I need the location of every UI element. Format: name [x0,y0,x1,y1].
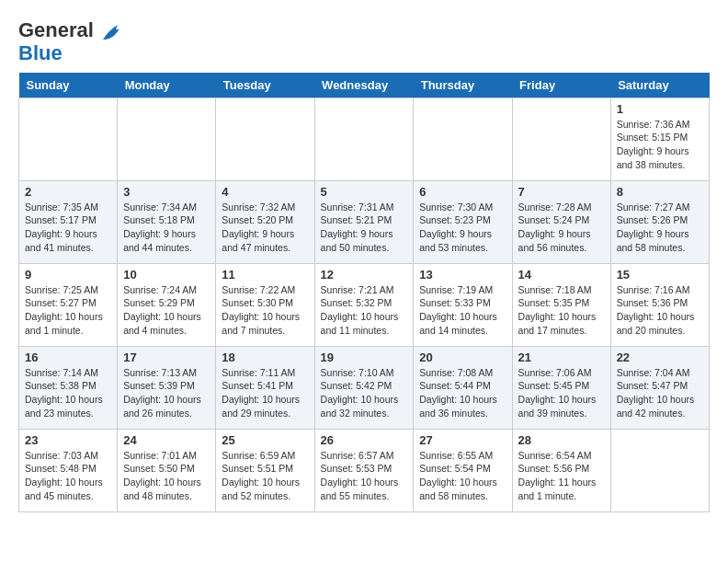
day-number: 28 [518,433,605,447]
day-number: 2 [25,185,111,199]
day-info: Sunrise: 6:55 AM Sunset: 5:54 PM Dayligh… [419,449,506,503]
day-number: 17 [123,350,210,364]
day-info: Sunrise: 7:18 AM Sunset: 5:35 PM Dayligh… [518,283,605,338]
logo: General Blue [18,18,125,63]
day-info: Sunrise: 6:57 AM Sunset: 5:53 PM Dayligh… [321,449,408,503]
weekday-header-wednesday: Wednesday [314,73,414,98]
weekday-header-friday: Friday [512,73,610,98]
calendar-cell: 4Sunrise: 7:32 AM Sunset: 5:20 PM Daylig… [216,180,314,263]
calendar-cell [414,98,512,180]
day-number: 21 [518,350,605,364]
day-info: Sunrise: 7:06 AM Sunset: 5:45 PM Dayligh… [518,366,605,420]
calendar-week-row: 16Sunrise: 7:14 AM Sunset: 5:38 PM Dayli… [19,346,710,429]
day-number: 24 [123,433,210,447]
calendar-cell: 13Sunrise: 7:19 AM Sunset: 5:33 PM Dayli… [414,263,512,346]
calendar-cell: 2Sunrise: 7:35 AM Sunset: 5:17 PM Daylig… [19,180,118,263]
weekday-header-sunday: Sunday [19,73,118,98]
day-number: 19 [321,350,408,364]
day-number: 13 [419,268,506,282]
day-info: Sunrise: 7:11 AM Sunset: 5:41 PM Dayligh… [222,366,308,420]
day-info: Sunrise: 7:32 AM Sunset: 5:20 PM Dayligh… [222,201,308,255]
calendar-cell: 26Sunrise: 6:57 AM Sunset: 5:53 PM Dayli… [314,429,414,511]
calendar-cell: 12Sunrise: 7:21 AM Sunset: 5:32 PM Dayli… [314,263,414,346]
day-info: Sunrise: 7:21 AM Sunset: 5:32 PM Dayligh… [321,283,408,338]
day-number: 23 [25,433,111,447]
day-number: 7 [518,185,605,199]
day-number: 25 [222,433,308,447]
day-number: 6 [419,185,506,199]
calendar-week-row: 9Sunrise: 7:25 AM Sunset: 5:27 PM Daylig… [19,263,710,346]
day-info: Sunrise: 7:03 AM Sunset: 5:48 PM Dayligh… [25,449,111,503]
calendar-cell: 24Sunrise: 7:01 AM Sunset: 5:50 PM Dayli… [118,429,216,511]
calendar-cell [314,98,414,180]
day-info: Sunrise: 7:14 AM Sunset: 5:38 PM Dayligh… [25,366,111,420]
calendar-cell: 20Sunrise: 7:08 AM Sunset: 5:44 PM Dayli… [414,346,512,429]
day-number: 9 [25,268,111,282]
calendar-cell: 16Sunrise: 7:14 AM Sunset: 5:38 PM Dayli… [19,346,118,429]
day-info: Sunrise: 7:13 AM Sunset: 5:39 PM Dayligh… [123,366,210,420]
calendar-cell: 27Sunrise: 6:55 AM Sunset: 5:54 PM Dayli… [414,429,512,511]
calendar-cell: 17Sunrise: 7:13 AM Sunset: 5:39 PM Dayli… [118,346,216,429]
calendar-cell [512,98,610,180]
day-info: Sunrise: 7:35 AM Sunset: 5:17 PM Dayligh… [25,201,111,255]
calendar-cell: 1Sunrise: 7:36 AM Sunset: 5:15 PM Daylig… [610,98,709,180]
weekday-header-saturday: Saturday [610,73,709,98]
day-number: 11 [222,268,308,282]
day-number: 5 [321,185,408,199]
page-header: General Blue [18,18,710,63]
day-info: Sunrise: 6:59 AM Sunset: 5:51 PM Dayligh… [222,449,308,503]
calendar-cell: 7Sunrise: 7:28 AM Sunset: 5:24 PM Daylig… [512,180,610,263]
day-info: Sunrise: 7:31 AM Sunset: 5:21 PM Dayligh… [321,201,408,255]
logo-text: General [18,18,125,43]
day-info: Sunrise: 7:25 AM Sunset: 5:27 PM Dayligh… [25,283,111,338]
calendar-cell: 19Sunrise: 7:10 AM Sunset: 5:42 PM Dayli… [314,346,414,429]
day-info: Sunrise: 7:08 AM Sunset: 5:44 PM Dayligh… [419,366,506,420]
day-info: Sunrise: 7:01 AM Sunset: 5:50 PM Dayligh… [123,449,210,503]
logo-bird-icon [99,23,125,43]
day-number: 15 [617,268,703,282]
day-number: 20 [419,350,506,364]
day-number: 22 [617,350,703,364]
calendar-cell: 18Sunrise: 7:11 AM Sunset: 5:41 PM Dayli… [216,346,314,429]
day-info: Sunrise: 7:28 AM Sunset: 5:24 PM Dayligh… [518,201,605,255]
day-info: Sunrise: 7:10 AM Sunset: 5:42 PM Dayligh… [321,366,408,420]
weekday-header-thursday: Thursday [414,73,512,98]
calendar-cell: 23Sunrise: 7:03 AM Sunset: 5:48 PM Dayli… [19,429,118,511]
day-number: 16 [25,350,111,364]
day-info: Sunrise: 7:34 AM Sunset: 5:18 PM Dayligh… [123,201,210,255]
calendar-cell: 21Sunrise: 7:06 AM Sunset: 5:45 PM Dayli… [512,346,610,429]
calendar-cell: 28Sunrise: 6:54 AM Sunset: 5:56 PM Dayli… [512,429,610,511]
day-info: Sunrise: 7:22 AM Sunset: 5:30 PM Dayligh… [222,283,308,338]
weekday-header-tuesday: Tuesday [216,73,314,98]
calendar-cell: 3Sunrise: 7:34 AM Sunset: 5:18 PM Daylig… [118,180,216,263]
calendar-cell: 8Sunrise: 7:27 AM Sunset: 5:26 PM Daylig… [610,180,709,263]
calendar-cell [216,98,314,180]
day-info: Sunrise: 7:27 AM Sunset: 5:26 PM Dayligh… [617,201,703,255]
calendar-cell: 22Sunrise: 7:04 AM Sunset: 5:47 PM Dayli… [610,346,709,429]
day-number: 27 [419,433,506,447]
calendar-cell: 9Sunrise: 7:25 AM Sunset: 5:27 PM Daylig… [19,263,118,346]
day-info: Sunrise: 6:54 AM Sunset: 5:56 PM Dayligh… [518,449,605,503]
day-number: 10 [123,268,210,282]
day-number: 3 [123,185,210,199]
day-info: Sunrise: 7:19 AM Sunset: 5:33 PM Dayligh… [419,283,506,338]
day-info: Sunrise: 7:24 AM Sunset: 5:29 PM Dayligh… [123,283,210,338]
calendar-cell [610,429,709,511]
calendar-cell: 25Sunrise: 6:59 AM Sunset: 5:51 PM Dayli… [216,429,314,511]
calendar-cell: 6Sunrise: 7:30 AM Sunset: 5:23 PM Daylig… [414,180,512,263]
day-info: Sunrise: 7:16 AM Sunset: 5:36 PM Dayligh… [617,283,703,338]
day-info: Sunrise: 7:30 AM Sunset: 5:23 PM Dayligh… [419,201,506,255]
calendar-cell: 11Sunrise: 7:22 AM Sunset: 5:30 PM Dayli… [216,263,314,346]
day-number: 14 [518,268,605,282]
calendar-cell: 5Sunrise: 7:31 AM Sunset: 5:21 PM Daylig… [314,180,414,263]
calendar-cell: 15Sunrise: 7:16 AM Sunset: 5:36 PM Dayli… [610,263,709,346]
day-number: 18 [222,350,308,364]
logo-blue-text: Blue [18,43,125,63]
day-number: 8 [617,185,703,199]
weekday-header-monday: Monday [118,73,216,98]
day-number: 26 [321,433,408,447]
calendar-week-row: 2Sunrise: 7:35 AM Sunset: 5:17 PM Daylig… [19,180,710,263]
day-number: 1 [617,102,703,116]
calendar-header-row: SundayMondayTuesdayWednesdayThursdayFrid… [19,73,710,98]
calendar-table: SundayMondayTuesdayWednesdayThursdayFrid… [18,73,710,512]
